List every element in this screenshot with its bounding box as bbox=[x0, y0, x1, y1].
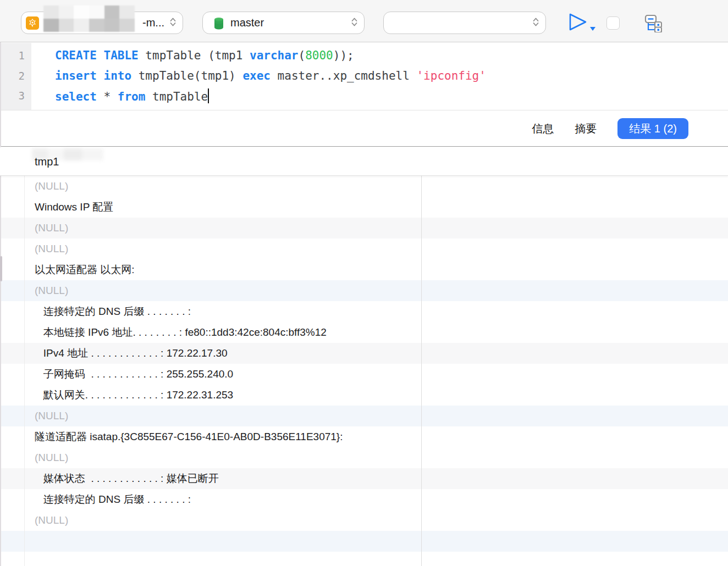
cell-null-value: (NULL) bbox=[35, 514, 68, 526]
cell-null-value: (NULL) bbox=[35, 180, 68, 192]
cell-value: IPv4 地址 . . . . . . . . . . . . : 172.22… bbox=[35, 346, 228, 360]
code-text: select * from tmpTable bbox=[31, 88, 209, 103]
editor-line[interactable]: 1CREATE TABLE tmpTable (tmp1 varchar(800… bbox=[0, 46, 728, 66]
tab-0[interactable]: 信息 bbox=[532, 121, 554, 136]
tab-1[interactable]: 摘要 bbox=[575, 121, 597, 136]
grid-row[interactable]: 连接特定的 DNS 后缀 . . . . . . . : bbox=[0, 301, 728, 322]
cell-value: 默认网关. . . . . . . . . . . . . : 172.22.3… bbox=[35, 388, 233, 402]
code-token-kw: from bbox=[118, 90, 146, 103]
code-text: insert into tmpTable(tmp1) exec master..… bbox=[31, 69, 486, 82]
grid-row[interactable]: (NULL) bbox=[0, 176, 728, 197]
cell-value: 隧道适配器 isatap.{3C855E67-C156-41E0-AB0D-B3… bbox=[35, 430, 343, 444]
cell-null-value: (NULL) bbox=[35, 452, 68, 464]
line-number: 1 bbox=[0, 49, 31, 62]
scrollbar-thumb[interactable] bbox=[0, 256, 2, 281]
grid-row[interactable]: (NULL) bbox=[0, 280, 728, 301]
grid-row[interactable]: Windows IP 配置 bbox=[0, 197, 728, 218]
code-text: CREATE TABLE tmpTable (tmp1 varchar(8000… bbox=[31, 49, 354, 62]
explain-plan-tree-icon bbox=[644, 14, 662, 32]
cell-value: 子网掩码 . . . . . . . . . . . . : 255.255.2… bbox=[35, 367, 233, 381]
cell-value: 本地链接 IPv6 地址. . . . . . . . : fe80::1dd3… bbox=[35, 325, 327, 340]
code-token-num: 8000 bbox=[305, 49, 333, 62]
filter-select[interactable] bbox=[383, 12, 546, 34]
grid-row[interactable]: (NULL) bbox=[0, 406, 728, 426]
sqlserver-connection-icon bbox=[26, 16, 39, 30]
cell-value: 连接特定的 DNS 后缀 . . . . . . . : bbox=[35, 492, 191, 507]
editor-line[interactable]: 2insert into tmpTable(tmp1) exec master.… bbox=[0, 66, 728, 86]
text-caret bbox=[208, 88, 209, 103]
database-select[interactable]: master bbox=[202, 12, 365, 34]
editor-line[interactable]: 3select * from tmpTable bbox=[0, 86, 728, 106]
grid-row[interactable]: 媒体状态 . . . . . . . . . . . . : 媒体已断开 bbox=[0, 468, 728, 489]
database-name: master bbox=[230, 16, 264, 29]
grid-row[interactable]: 子网掩码 . . . . . . . . . . . . : 255.255.2… bbox=[0, 364, 728, 385]
code-token-kw: CREATE TABLE bbox=[55, 49, 139, 62]
grid-row[interactable]: 默认网关. . . . . . . . . . . . . : 172.22.3… bbox=[0, 385, 728, 406]
code-token-plain: )); bbox=[333, 49, 354, 62]
grid-row[interactable]: IPv4 地址 . . . . . . . . . . . . : 172.22… bbox=[0, 343, 728, 364]
window-left-edge bbox=[0, 42, 1, 566]
line-number: 3 bbox=[0, 90, 31, 102]
redaction-mosaic bbox=[43, 5, 135, 32]
grid-row[interactable]: 隧道适配器 isatap.{3C855E67-C156-41E0-AB0D-B3… bbox=[0, 426, 728, 447]
cell-value: 媒体状态 . . . . . . . . . . . . : 媒体已断开 bbox=[35, 471, 219, 486]
code-token-kw: select bbox=[55, 90, 97, 103]
code-token-plain: * bbox=[97, 90, 118, 103]
code-token-plain: tmpTable (tmp1 bbox=[139, 49, 250, 62]
cell-value: 连接特定的 DNS 后缀 . . . . . . . : bbox=[35, 304, 191, 319]
grid-row[interactable]: 连接特定的 DNS 后缀 . . . . . . . : bbox=[0, 489, 728, 510]
play-run-icon bbox=[570, 14, 586, 30]
grid-row[interactable]: 以太网适配器 以太网: bbox=[0, 259, 728, 280]
connection-name: -m... bbox=[142, 16, 164, 29]
code-token-str: 'ipconfig' bbox=[416, 69, 486, 82]
code-token-kw: insert into bbox=[55, 69, 131, 82]
chevron-updown-icon bbox=[350, 17, 359, 29]
code-token-kw: exec bbox=[242, 69, 271, 82]
grid-row[interactable]: (NULL) bbox=[0, 447, 728, 468]
cell-null-value: (NULL) bbox=[35, 285, 68, 297]
code-token-kw: varchar bbox=[250, 49, 299, 62]
grid-row[interactable]: (NULL) bbox=[0, 510, 728, 531]
cell-null-value: (NULL) bbox=[35, 410, 68, 422]
tab-results-active[interactable]: 结果 1 (2) bbox=[617, 118, 688, 139]
column-header-tmp1[interactable]: tmp1 bbox=[35, 155, 59, 168]
query-window: -m... master bbox=[0, 0, 728, 566]
database-cylinder-icon bbox=[213, 17, 225, 32]
run-query-button[interactable] bbox=[568, 13, 599, 32]
grid-header[interactable]: tmp1 bbox=[0, 147, 728, 176]
grid-row[interactable] bbox=[0, 531, 728, 552]
cell-null-value: (NULL) bbox=[35, 243, 68, 255]
code-token-plain: master..xp_cmdshell bbox=[271, 69, 417, 82]
cell-value: 以太网适配器 以太网: bbox=[35, 263, 135, 277]
editor-lines: 1CREATE TABLE tmpTable (tmp1 varchar(800… bbox=[0, 46, 728, 106]
chevron-updown-icon bbox=[169, 17, 177, 29]
code-token-plain: ( bbox=[299, 49, 306, 62]
line-number: 2 bbox=[0, 70, 31, 82]
result-tabbar: 信息摘要结果 1 (2) bbox=[0, 111, 728, 147]
results-grid: tmp1 (NULL)Windows IP 配置(NULL)(NULL)以太网适… bbox=[0, 147, 728, 566]
grid-row[interactable]: 本地链接 IPv6 地址. . . . . . . . : fe80::1dd3… bbox=[0, 322, 728, 343]
cell-value: Windows IP 配置 bbox=[35, 200, 113, 214]
code-token-plain: tmpTable(tmp1) bbox=[131, 69, 242, 82]
sql-editor[interactable]: 1CREATE TABLE tmpTable (tmp1 varchar(800… bbox=[0, 43, 728, 110]
chevron-updown-icon bbox=[532, 17, 540, 29]
grid-row[interactable]: (NULL) bbox=[0, 218, 728, 238]
grid-row[interactable]: (NULL) bbox=[0, 238, 728, 259]
code-token-plain: tmpTable bbox=[145, 90, 208, 103]
run-options-arrow-icon bbox=[590, 27, 595, 31]
explain-plan-button[interactable] bbox=[644, 14, 662, 35]
cell-null-value: (NULL) bbox=[35, 222, 68, 234]
toolbar: -m... master bbox=[0, 0, 728, 42]
grid-rows: (NULL)Windows IP 配置(NULL)(NULL)以太网适配器 以太… bbox=[0, 176, 728, 552]
stop-checkbox[interactable] bbox=[606, 16, 620, 30]
